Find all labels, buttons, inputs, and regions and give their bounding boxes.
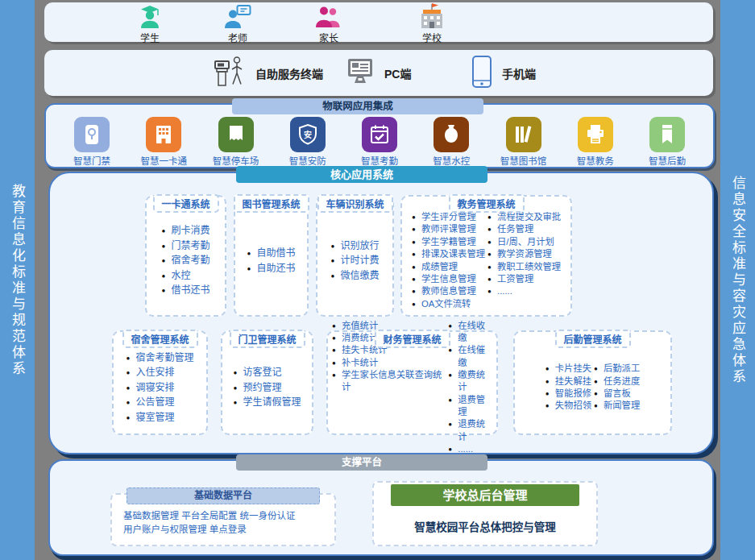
system-item: 日/周、月计划 bbox=[487, 236, 561, 248]
system-card-items: 卡片挂失挂失解挂智能报修失物招领后勤派工任务进度留言板新闻管理 bbox=[541, 350, 644, 415]
system-item: 成绩管理 bbox=[412, 261, 485, 273]
terminal-pc: PC端 bbox=[344, 50, 411, 96]
iot-label-logistics: 智慧后勤 bbox=[649, 154, 686, 167]
school-admin-description: 智慧校园平台总体把控与管理 bbox=[374, 518, 596, 534]
system-card-items: 访客登记预约管理学生请假管理 bbox=[228, 352, 305, 413]
system-card-title: 财务管理系统 bbox=[374, 330, 450, 348]
terminal-label-kiosk: 自助服务终端 bbox=[255, 65, 323, 81]
system-item: 教职工绩效管理 bbox=[487, 261, 561, 273]
system-item: 在线收缴 bbox=[448, 320, 492, 345]
system-item: 任务进度 bbox=[594, 375, 640, 388]
system-item: 教师信息管理 bbox=[412, 285, 485, 297]
system-item: 入住安排 bbox=[126, 365, 193, 380]
system-item: 学生请假管理 bbox=[233, 395, 301, 410]
security-icon: 安 bbox=[290, 117, 326, 152]
system-item-column: 后勤派工任务进度留言板新闻管理 bbox=[594, 363, 640, 412]
system-item: 流程提交及审批 bbox=[487, 211, 561, 223]
user-label-school: 学校 bbox=[422, 31, 442, 44]
system-item-column: 刷卡消费门禁考勤宿舍考勤水控借书还书 bbox=[161, 223, 209, 298]
user-parents: 家长 bbox=[300, 4, 358, 44]
system-item: 教师评课管理 bbox=[412, 223, 485, 235]
system-item: 自助借书 bbox=[247, 246, 295, 261]
system-item: 后勤派工 bbox=[594, 363, 640, 375]
system-card-title: 教务管理系统 bbox=[448, 194, 524, 213]
iot-label-water: 智慧水控 bbox=[433, 154, 470, 167]
support-panel-header: 支撑平台 bbox=[236, 454, 487, 471]
system-item-column: 宿舍考勤管理入住安排调寝安排公告管理寝室管理 bbox=[126, 351, 193, 425]
iot-item-access: 智慧门禁 bbox=[65, 117, 118, 167]
school-admin-card: 学校总后台管理 智慧校园平台总体把控与管理 bbox=[372, 481, 598, 546]
iot-label-library: 智慧图书馆 bbox=[500, 154, 547, 167]
school-admin-title: 学校总后台管理 bbox=[391, 484, 579, 506]
base-data-platform-title: 基础数据平台 bbox=[127, 487, 320, 504]
system-item: 缴费统计 bbox=[448, 369, 492, 394]
system-item: 学生家长信息关联查询统计 bbox=[332, 369, 446, 394]
system-card-title: 图书管理系统 bbox=[233, 194, 309, 213]
parents-icon bbox=[314, 4, 343, 30]
system-item: 排课及课表管理 bbox=[412, 248, 485, 260]
terminal-phone: 手机端 bbox=[470, 50, 536, 96]
system-item: ...... bbox=[487, 285, 561, 297]
iot-item-security: 安智慧安防 bbox=[281, 117, 334, 167]
system-card-items: 学生评分管理教师评课管理学生学籍管理排课及课表管理成绩管理学生信息管理教师信息管… bbox=[408, 198, 565, 313]
system-item: 公告管理 bbox=[126, 395, 193, 410]
teacher-icon bbox=[223, 4, 252, 30]
svg-text:安: 安 bbox=[304, 130, 312, 139]
system-item: 借书还书 bbox=[161, 283, 209, 298]
system-card: 图书管理系统自助借书自助还书 bbox=[234, 195, 309, 317]
system-item-column: 自助借书自助还书 bbox=[247, 246, 295, 276]
system-item: 调寝安排 bbox=[126, 380, 193, 396]
base-data-platform-card: 基础数据平台 基础数据管理 平台全局配置 统一身份认证 用户账户与权限管理 单点… bbox=[110, 493, 336, 546]
system-item-column: 访客登记预约管理学生请假管理 bbox=[233, 365, 301, 410]
iot-label-academic: 智慧教务 bbox=[577, 154, 614, 167]
iot-item-water: 智慧水控 bbox=[425, 117, 478, 167]
system-item: 自助还书 bbox=[247, 261, 295, 276]
terminal-kiosk: 自助服务终端 bbox=[212, 50, 323, 96]
parking-icon bbox=[218, 117, 254, 152]
iot-item-library: 智慧图书馆 bbox=[497, 117, 550, 167]
iot-item-onecard: 智慧一卡通 bbox=[137, 117, 190, 167]
user-label-parents: 家长 bbox=[319, 31, 338, 44]
system-card: 后勤管理系统卡片挂失挂失解挂智能报修失物招领后勤派工任务进度留言板新闻管理 bbox=[513, 330, 672, 435]
system-item: 补卡统计 bbox=[332, 357, 446, 369]
system-item: 计时计费 bbox=[330, 253, 379, 268]
system-item: 留言板 bbox=[594, 388, 640, 400]
system-item: 识别放行 bbox=[330, 239, 379, 254]
system-card: 教务管理系统学生评分管理教师评课管理学生学籍管理排课及课表管理成绩管理学生信息管… bbox=[400, 195, 572, 317]
user-school: 学校 bbox=[403, 4, 461, 44]
iot-label-onecard: 智慧一卡通 bbox=[141, 154, 188, 167]
system-item: 门禁考勤 bbox=[161, 239, 209, 254]
user-label-student: 学生 bbox=[140, 31, 160, 44]
system-card: 车辆识别系统识别放行计时计费微信缴费 bbox=[316, 195, 394, 317]
iot-item-parking: 智慧停车场 bbox=[209, 117, 263, 167]
right-standards-bar: 信息安全标准与容灾应急体系 bbox=[720, 0, 755, 560]
system-item: 宿舍考勤管理 bbox=[126, 351, 193, 366]
system-item: 卡片挂失 bbox=[546, 363, 591, 375]
system-item: 在线催缴 bbox=[448, 344, 492, 369]
logistics-icon bbox=[649, 117, 685, 152]
support-platform-panel: 支撑平台 基础数据平台 基础数据管理 平台全局配置 统一身份认证 用户账户与权限… bbox=[48, 459, 714, 556]
system-item: 退费统计 bbox=[448, 418, 492, 443]
system-item-column: 学生评分管理教师评课管理学生学籍管理排课及课表管理成绩管理学生信息管理教师信息管… bbox=[412, 211, 485, 310]
access-icon bbox=[74, 117, 110, 152]
library-icon bbox=[506, 117, 541, 152]
water-icon bbox=[434, 117, 469, 152]
user-label-teacher: 老师 bbox=[228, 31, 247, 44]
student-icon bbox=[136, 4, 164, 30]
system-item: 学生评分管理 bbox=[412, 211, 485, 223]
system-card: 一卡通系统刷卡消费门禁考勤宿舍考勤水控借书还书 bbox=[145, 195, 226, 317]
system-card: 财务管理系统充值统计消费统计挂失卡统计补卡统计学生家长信息关联查询统计在线收缴在… bbox=[326, 330, 498, 435]
system-item: 刷卡消费 bbox=[161, 223, 209, 239]
system-item: 退费管理 bbox=[448, 394, 492, 419]
user-roles-panel: 学生老师家长学校 bbox=[44, 2, 713, 42]
system-item: 教学资源管理 bbox=[487, 248, 561, 260]
system-item: 水控 bbox=[161, 268, 209, 284]
kiosk-icon bbox=[212, 54, 247, 93]
system-card-items: 宿舍考勤管理入住安排调寝安排公告管理寝室管理 bbox=[121, 338, 198, 429]
system-item: 失物招领 bbox=[546, 400, 591, 412]
terminals-panel: 自助服务终端PC端手机端 bbox=[44, 50, 713, 96]
user-student: 学生 bbox=[121, 4, 179, 44]
system-item-column: 识别放行计时计费微信缴费 bbox=[330, 239, 379, 284]
system-item: 智能报修 bbox=[546, 388, 591, 400]
attendance-icon bbox=[362, 117, 397, 152]
